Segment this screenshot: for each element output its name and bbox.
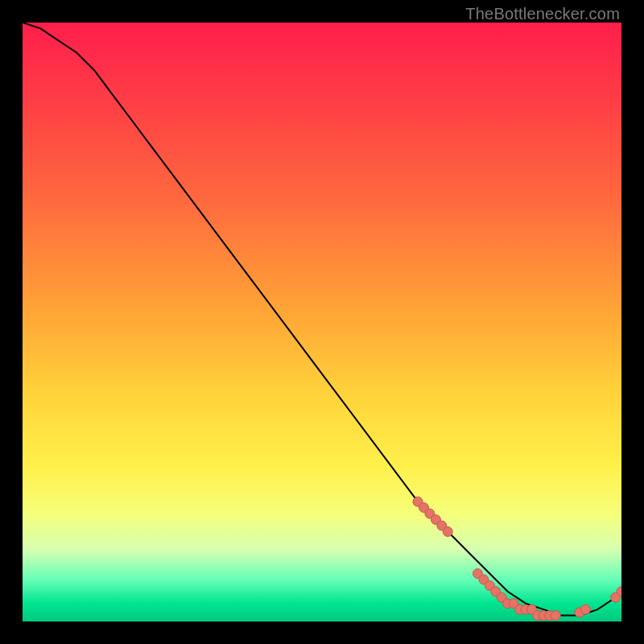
marker-dot bbox=[580, 605, 590, 614]
marker-dot bbox=[443, 526, 452, 536]
attribution-label: TheBottlenecker.com bbox=[465, 5, 620, 23]
chart-frame: TheBottlenecker.com bbox=[0, 0, 644, 644]
plot-area bbox=[23, 23, 621, 621]
bottleneck-curve-path bbox=[23, 23, 621, 616]
bottleneck-chart bbox=[23, 23, 621, 621]
marker-dot bbox=[551, 611, 560, 621]
marker-group bbox=[413, 497, 621, 620]
